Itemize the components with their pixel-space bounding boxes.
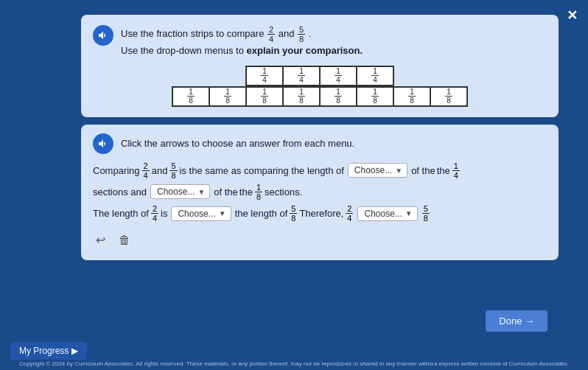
dropdown-3[interactable]: Choose... ▼ bbox=[171, 206, 231, 221]
middle-text-s1: is the same as comparing the length of bbox=[180, 165, 344, 176]
of-text-s2: of the bbox=[214, 186, 238, 198]
strip-cell-1-4-4: 14 bbox=[357, 66, 393, 85]
strip-cell-1-8-7: 18 bbox=[393, 87, 430, 106]
strip-cell-1-4-2: 14 bbox=[283, 66, 320, 85]
strip-row-fourths: 14 14 14 14 bbox=[245, 66, 394, 86]
trash-icon: 🗑 bbox=[119, 234, 130, 247]
and-text-1: and bbox=[279, 28, 295, 39]
comparing-label: Comparing bbox=[93, 165, 140, 176]
done-label: Done → bbox=[499, 315, 534, 327]
length-of-label: The length of bbox=[93, 208, 149, 219]
sentence-2: sections and Choose... ▼ of the the 1 8 … bbox=[93, 183, 547, 201]
action-icons: ↩ 🗑 bbox=[93, 230, 133, 250]
sentence-3: The length of 2 4 is Choose... ▼ the len… bbox=[93, 204, 547, 223]
strip-cell-1-8-3: 18 bbox=[246, 87, 283, 106]
dropdown-1-arrow: ▼ bbox=[395, 167, 402, 175]
fraction-strips: 14 14 14 14 18 18 bbox=[93, 66, 547, 107]
main-container: Use the fraction strips to compare 2 4 a… bbox=[81, 15, 559, 260]
strip-cell-1-4-1: 14 bbox=[246, 66, 283, 85]
frac-2-4-s3: 2 4 bbox=[151, 204, 158, 223]
dropdown-1-value: Choose... bbox=[354, 165, 392, 175]
speaker-icon-2[interactable] bbox=[93, 133, 113, 154]
my-progress-arrow: ▶ bbox=[71, 346, 78, 356]
the-text-s2: the bbox=[239, 186, 253, 198]
my-progress-label: My Progress bbox=[19, 346, 69, 356]
bold-instruction: explain your comparison. bbox=[247, 45, 363, 56]
frac-1-8-s2: 1 8 bbox=[255, 183, 262, 201]
instruction-text-1: Use the fraction strips to compare bbox=[121, 28, 264, 39]
bottom-controls: ↩ 🗑 bbox=[93, 230, 547, 250]
frac-2-4-s1: 2 4 bbox=[142, 161, 150, 180]
frac-5-8-s3: 5 8 bbox=[290, 204, 297, 223]
undo-button[interactable]: ↩ bbox=[93, 230, 108, 250]
strip-cell-1-8-2: 18 bbox=[209, 87, 246, 106]
interactive-card: Click the arrows to choose an answer fro… bbox=[81, 125, 559, 261]
copyright-text: Copyright © 2024 by Curriculum Associate… bbox=[0, 360, 588, 367]
strip-row-eighths: 18 18 18 18 18 18 18 bbox=[172, 86, 468, 107]
card1-text: Use the fraction strips to compare 2 4 a… bbox=[121, 25, 363, 58]
dropdown-4-arrow: ▼ bbox=[405, 209, 413, 217]
instruction-text-2: Use the drop-down menus to bbox=[121, 45, 244, 56]
frac-5-8-s1: 5 8 bbox=[169, 161, 177, 180]
is-label: is bbox=[161, 208, 167, 219]
frac-1-4-s1: 1 4 bbox=[452, 161, 460, 180]
strip-cell-1-8-1: 18 bbox=[172, 87, 209, 106]
strip-cell-1-4-3: 14 bbox=[320, 66, 357, 85]
dropdown-4-value: Choose... bbox=[364, 209, 402, 219]
interactive-header-text: Click the arrows to choose an answer fro… bbox=[121, 138, 354, 149]
the-length-label: the length of bbox=[235, 208, 288, 219]
undo-icon: ↩ bbox=[96, 233, 105, 247]
dropdown-1[interactable]: Choose... ▼ bbox=[348, 163, 407, 178]
interactive-header: Click the arrows to choose an answer fro… bbox=[93, 133, 547, 154]
dropdown-4[interactable]: Choose... ▼ bbox=[357, 206, 417, 221]
sections-and-label: sections and bbox=[93, 186, 147, 198]
speaker-icon-1[interactable] bbox=[93, 25, 113, 46]
my-progress-button[interactable]: My Progress ▶ bbox=[10, 342, 87, 360]
done-button[interactable]: Done → bbox=[486, 310, 547, 332]
instruction-card: Use the fraction strips to compare 2 4 a… bbox=[81, 15, 559, 117]
strip-cell-1-8-6: 18 bbox=[357, 87, 393, 106]
strip-cell-1-8-4: 18 bbox=[283, 87, 320, 106]
therefore-label: Therefore, bbox=[299, 208, 343, 219]
strip-cell-1-8-5: 18 bbox=[320, 87, 357, 106]
fraction-display-2: 5 8 bbox=[298, 25, 305, 43]
trash-button[interactable]: 🗑 bbox=[116, 230, 133, 250]
frac-5-8-s3b: 5 8 bbox=[422, 204, 430, 223]
frac-2-4-s3b: 2 4 bbox=[346, 204, 353, 223]
sections-label: sections. bbox=[265, 186, 302, 198]
dropdown-2-value: Choose... bbox=[157, 186, 195, 197]
of-text-s1: of the bbox=[411, 165, 435, 176]
the-text-s1: the bbox=[437, 165, 450, 176]
dropdown-3-arrow: ▼ bbox=[219, 209, 226, 217]
fraction-display-1: 2 4 bbox=[267, 25, 275, 43]
dropdown-2-arrow: ▼ bbox=[197, 188, 205, 196]
card1-header: Use the fraction strips to compare 2 4 a… bbox=[93, 25, 547, 58]
strip-cell-1-8-8: 18 bbox=[430, 87, 467, 106]
close-button[interactable]: ✕ bbox=[567, 7, 578, 24]
and-label-s1: and bbox=[152, 165, 168, 176]
sentence-1: Comparing 2 4 and 5 8 is the same as com… bbox=[93, 161, 547, 180]
dropdown-2[interactable]: Choose... ▼ bbox=[150, 184, 210, 199]
dropdown-3-value: Choose... bbox=[178, 209, 215, 219]
